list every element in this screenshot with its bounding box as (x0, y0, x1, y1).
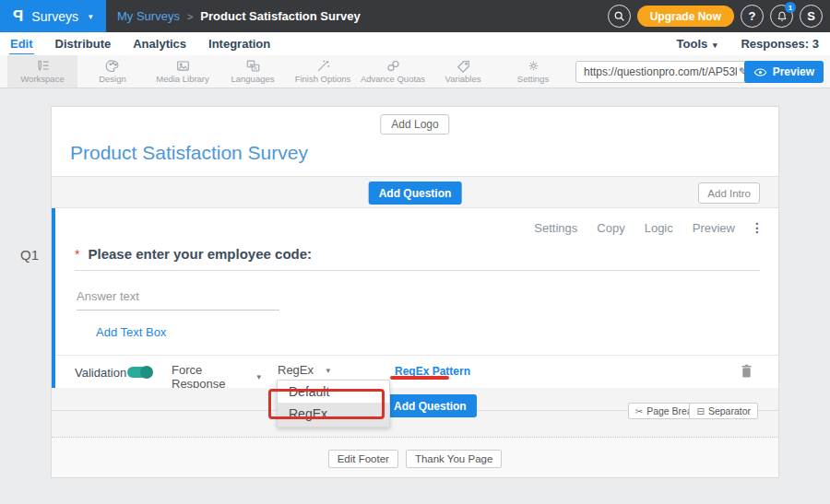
toolbar-item-design[interactable]: Design (77, 55, 148, 88)
palette-icon (105, 59, 121, 73)
toolbar-item-languages[interactable]: aA Languages (218, 55, 288, 88)
validation-row: Validation Force Response ▾ RegEx ▾ RegE… (55, 355, 778, 388)
questionpro-logo-icon: P (13, 7, 23, 26)
notifications-button[interactable]: 1 (770, 5, 793, 28)
chevron-down-icon: ▾ (326, 366, 330, 375)
tab-edit[interactable]: Edit (9, 34, 34, 54)
survey-header-section: Add Logo Product Satisfaction Survey (52, 107, 778, 176)
topbar-actions: Upgrade Now ? 1 S (608, 0, 823, 32)
more-options-icon[interactable]: ⋮ (751, 220, 764, 235)
validation-type-select[interactable]: RegEx ▾ (278, 363, 330, 381)
add-logo-button[interactable]: Add Logo (380, 114, 449, 135)
breadcrumb: My Surveys > Product Satisfaction Survey (117, 9, 361, 23)
survey-footer-section: Edit Footer Thank You Page (52, 437, 778, 477)
validation-toggle[interactable] (127, 367, 152, 378)
survey-url-field: ✎ (575, 61, 754, 83)
toolbar-item-settings[interactable]: Settings (498, 55, 568, 88)
question-preview-link[interactable]: Preview (693, 221, 735, 235)
tag-icon (456, 59, 471, 73)
toolbar-item-media-library[interactable]: Media Library (148, 55, 218, 88)
question-mark-icon: ? (749, 9, 756, 23)
dropdown-option-default[interactable]: Default (278, 381, 389, 403)
responses-link[interactable]: Responses: 3 (741, 37, 819, 51)
breadcrumb-current-survey: Product Satisfaction Survey (200, 9, 360, 23)
separator-icon: ⊟ (696, 406, 704, 416)
editor-toolbar: Workspace Design Media Library aA Langua… (0, 55, 830, 88)
scissors-icon: ✂ (635, 406, 643, 416)
add-question-band: Add Question Add Intro (52, 176, 778, 208)
breadcrumb-separator: > (187, 11, 193, 22)
tab-analytics[interactable]: Analytics (132, 34, 187, 53)
preview-button[interactable]: Preview (744, 61, 824, 83)
answer-text-field[interactable]: Answer text (77, 289, 279, 311)
product-menu-label: Surveys (31, 9, 78, 24)
chain-links-icon (385, 59, 401, 73)
translate-icon: aA (245, 59, 261, 73)
upgrade-now-button[interactable]: Upgrade Now (637, 6, 734, 27)
survey-title[interactable]: Product Satisfaction Survey (70, 142, 308, 164)
question-logic-link[interactable]: Logic (645, 221, 673, 235)
subnav-right: Tools ▾ Responses: 3 (677, 37, 819, 51)
survey-editor-canvas: Q1 Add Logo Product Satisfaction Survey … (0, 88, 830, 504)
dropdown-option-regex[interactable]: RegEx (278, 403, 389, 427)
validation-type-dropdown: Default RegEx (277, 380, 390, 428)
notification-badge: 1 (785, 2, 796, 13)
tab-distribute[interactable]: Distribute (54, 34, 113, 53)
svg-text:a: a (249, 62, 252, 67)
chevron-down-icon: ▾ (256, 372, 261, 381)
required-asterisk: * (75, 247, 79, 262)
survey-nav: Edit Distribute Analytics Integration To… (0, 32, 830, 55)
question-block-q1: Settings Copy Logic Preview ⋮ * Please e… (52, 208, 778, 388)
survey-url-input[interactable] (576, 65, 739, 78)
add-question-band-bottom: Add Question ✂ Page Break ⊟ Separator (52, 388, 778, 437)
help-button[interactable]: ? (741, 5, 764, 28)
add-intro-button[interactable]: Add Intro (698, 182, 760, 204)
survey-panel: Add Logo Product Satisfaction Survey Add… (51, 106, 779, 478)
edit-footer-button[interactable]: Edit Footer (328, 450, 398, 468)
workspace-icon (34, 59, 51, 73)
search-icon (613, 10, 625, 22)
search-button[interactable] (608, 5, 631, 28)
question-settings-link[interactable]: Settings (534, 221, 577, 235)
thank-you-page-button[interactable]: Thank You Page (406, 450, 502, 468)
add-question-button-top[interactable]: Add Question (369, 182, 462, 205)
magic-wand-icon (315, 59, 331, 73)
image-icon (175, 59, 191, 73)
eye-icon (753, 67, 767, 77)
question-title-row: * Please enter your employee code: (75, 246, 760, 271)
toolbar-item-workspace[interactable]: Workspace (7, 55, 77, 88)
avatar-initial: S (807, 9, 815, 23)
svg-text:A: A (254, 65, 257, 71)
tools-menu[interactable]: Tools ▾ (677, 37, 717, 51)
chevron-down-icon: ▾ (89, 12, 93, 21)
product-menu[interactable]: P Surveys ▾ (0, 0, 106, 32)
add-text-box-link[interactable]: Add Text Box (96, 325, 166, 339)
question-copy-link[interactable]: Copy (597, 221, 624, 235)
chevron-down-icon: ▾ (713, 41, 717, 50)
account-avatar[interactable]: S (800, 5, 823, 28)
question-text[interactable]: Please enter your employee code: (88, 246, 312, 262)
toolbar-item-advance-quotas[interactable]: Advance Quotas (358, 55, 428, 88)
regex-pattern-link[interactable]: RegEx Pattern (395, 365, 470, 378)
question-number: Q1 (20, 247, 39, 263)
trash-icon (741, 364, 753, 378)
tab-integration[interactable]: Integration (208, 34, 271, 53)
question-actions: Settings Copy Logic Preview ⋮ (534, 220, 764, 235)
toggle-knob (140, 366, 153, 379)
gear-icon (526, 59, 541, 73)
delete-question-button[interactable] (741, 364, 753, 381)
validation-label: Validation (75, 366, 126, 380)
breadcrumb-my-surveys[interactable]: My Surveys (117, 9, 180, 23)
toolbar-item-finish-options[interactable]: Finish Options (288, 55, 358, 88)
toolbar-item-variables[interactable]: Variables (428, 55, 498, 88)
separator-button[interactable]: ⊟ Separator (689, 403, 758, 419)
add-question-button-bottom[interactable]: Add Question (384, 394, 477, 417)
top-bar: P Surveys ▾ My Surveys > Product Satisfa… (0, 0, 830, 32)
